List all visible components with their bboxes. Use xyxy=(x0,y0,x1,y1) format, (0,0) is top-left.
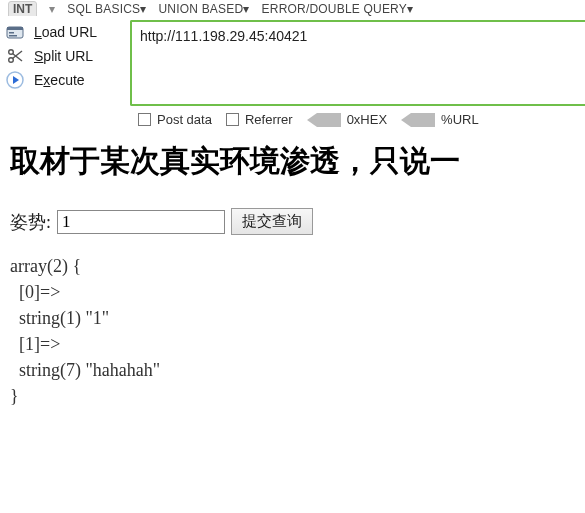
hackbar-toolbar: Load URL Split URL Execute xyxy=(0,16,585,106)
svg-rect-3 xyxy=(9,35,17,37)
checkbox-icon xyxy=(138,113,151,126)
post-data-checkbox[interactable]: Post data xyxy=(138,112,212,127)
hex-label: 0xHEX xyxy=(347,112,387,127)
svg-rect-1 xyxy=(7,27,23,30)
post-data-label: Post data xyxy=(157,112,212,127)
tab-int[interactable]: INT xyxy=(8,1,37,16)
checkbox-icon xyxy=(226,113,239,126)
load-url-icon xyxy=(6,23,24,41)
top-menu-bar: INT ▾ SQL BASICS▾ UNION BASED▾ ERROR/DOU… xyxy=(0,0,585,16)
page-heading: 取材于某次真实环境渗透，只说一 xyxy=(10,141,575,182)
execute-label: Execute xyxy=(34,72,85,88)
play-icon xyxy=(6,71,24,89)
split-url-label: Split URL xyxy=(34,48,93,64)
hex-encode-button[interactable]: 0xHEX xyxy=(307,112,387,127)
arrow-left-icon xyxy=(307,113,341,127)
svg-rect-2 xyxy=(9,32,14,34)
url-textarea[interactable]: http://111.198.29.45:40421 xyxy=(130,20,585,106)
urlencode-label: %URL xyxy=(441,112,479,127)
load-url-label: Load URL xyxy=(34,24,97,40)
menu-union-based[interactable]: UNION BASED▾ xyxy=(158,2,249,16)
query-input[interactable] xyxy=(57,210,225,234)
separator: ▾ xyxy=(49,2,55,16)
menu-sql-basics[interactable]: SQL BASICS▾ xyxy=(67,2,146,16)
referrer-checkbox[interactable]: Referrer xyxy=(226,112,293,127)
execute-action[interactable]: Execute xyxy=(6,70,124,90)
query-form: 姿势: 提交查询 xyxy=(10,208,575,235)
load-url-action[interactable]: Load URL xyxy=(6,22,124,42)
options-row: Post data Referrer 0xHEX %URL xyxy=(0,106,585,135)
form-label: 姿势: xyxy=(10,210,51,234)
split-url-action[interactable]: Split URL xyxy=(6,46,124,66)
page-content: 取材于某次真实环境渗透，只说一 姿势: 提交查询 array(2) { [0]=… xyxy=(0,135,585,410)
menu-error-double-query[interactable]: ERROR/DOUBLE QUERY▾ xyxy=(262,2,414,16)
urlencode-button[interactable]: %URL xyxy=(401,112,479,127)
scissors-icon xyxy=(6,47,24,65)
side-actions: Load URL Split URL Execute xyxy=(6,20,124,106)
referrer-label: Referrer xyxy=(245,112,293,127)
arrow-left-icon xyxy=(401,113,435,127)
submit-button[interactable]: 提交查询 xyxy=(231,208,313,235)
var-dump-output: array(2) { [0]=> string(1) "1" [1]=> str… xyxy=(10,253,575,410)
svg-marker-9 xyxy=(13,76,19,84)
